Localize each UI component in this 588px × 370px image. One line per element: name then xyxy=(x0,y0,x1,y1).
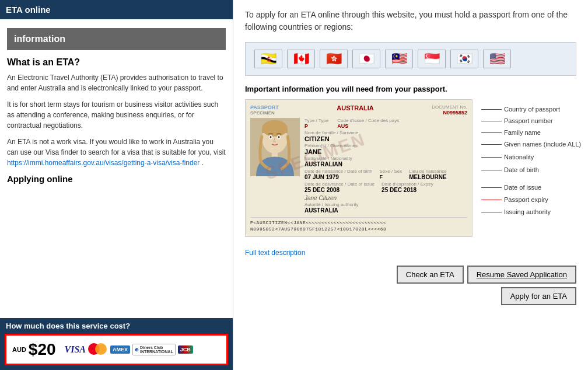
diners-icon: ⊕ Diners ClubINTERNATIONAL xyxy=(132,344,176,355)
passport-mrz-zone: P<AUSCITIZEN<<JANE<<<<<<<<<<<<<<<<<<<<<<… xyxy=(250,217,467,232)
flag-hongkong: 🇭🇰 xyxy=(320,50,348,68)
passport-dob: 07 JUN 1979 xyxy=(304,174,373,180)
passport-issuing: AUSTRALIA xyxy=(304,207,467,214)
intro-text: To apply for an ETA online through this … xyxy=(245,9,576,33)
passport-photo-svg xyxy=(250,118,300,176)
left-panel-title: ETA online xyxy=(6,5,51,15)
visa-finder-link[interactable]: https://immi.homeaffairs.gov.au/visas/ge… xyxy=(7,159,200,167)
passport-image: PASSPORT SPECIMEN AUSTRALIA DOCUMENT No.… xyxy=(245,99,473,237)
passport-given: JANE xyxy=(304,148,467,155)
payment-icons: VISA AMEX ⊕ Diners ClubINTERNATIONAL JCB xyxy=(65,343,193,356)
eta-description-p2: It is for short term stays for tourism o… xyxy=(7,99,226,131)
passport-nationality: AUSTRALIAN xyxy=(304,161,467,167)
jcb-icon: JCB xyxy=(178,345,193,354)
cost-section: How much does this service cost? AUD $20… xyxy=(0,318,233,370)
svg-point-7 xyxy=(270,136,272,138)
passport-expiry: 25 DEC 2018 xyxy=(382,187,433,193)
passport-pob: MELBOURNE xyxy=(409,174,447,180)
flag-japan: 🇯🇵 xyxy=(352,50,380,68)
passport-signature: Jane Citizen xyxy=(304,195,467,201)
annotation-expiry: Passport expiry xyxy=(481,196,586,204)
flag-korea: 🇰🇷 xyxy=(450,50,478,68)
button-row-2: Apply for an ETA xyxy=(501,287,576,305)
passport-sex: F xyxy=(380,174,402,180)
action-buttons: Check an ETA Resume Saved Application Ap… xyxy=(245,266,576,305)
cost-box-wrapper: AUD $20 VISA AMEX ⊕ Diners ClubINTERNATI… xyxy=(0,334,233,370)
svg-point-8 xyxy=(278,136,280,138)
annotation-nationality: Nationality xyxy=(481,153,586,161)
flag-brunei: 🇧🇳 xyxy=(254,50,282,68)
flags-container: 🇧🇳 🇨🇦 🇭🇰 🇯🇵 🇲🇾 🇸🇬 🇰🇷 🇺🇸 xyxy=(245,42,576,76)
annotation-issuing: Issuing authority xyxy=(481,208,586,216)
mrz-line2: N0995852<7AUS7906075F1812257<10017028L<<… xyxy=(250,226,467,232)
mrz-line1: P<AUSCITIZEN<<JANE<<<<<<<<<<<<<<<<<<<<<<… xyxy=(250,220,467,225)
cost-amount: $20 xyxy=(29,340,56,359)
amex-icon: AMEX xyxy=(110,345,130,354)
annotation-dob: Date of birth xyxy=(481,166,586,174)
annotation-given-names: Given names (include ALL) xyxy=(481,140,586,148)
applying-online-heading: Applying online xyxy=(7,174,226,184)
apply-eta-button[interactable]: Apply for an ETA xyxy=(501,287,576,305)
annotation-family-name: Family name xyxy=(481,128,586,137)
left-content-area: information What is an ETA? An Electroni… xyxy=(0,19,233,318)
eta-description-p3: An ETA is not a work visa. If you would … xyxy=(7,137,226,168)
flag-canada: 🇨🇦 xyxy=(287,50,315,68)
currency-label: AUD xyxy=(12,346,26,353)
scrollable-content[interactable]: information What is an ETA? An Electroni… xyxy=(0,19,233,318)
passport-doi: 25 DEC 2008 xyxy=(304,187,374,193)
passport-annotations: Country of passport Passport number Fami… xyxy=(481,99,586,237)
passport-info-label: Important information you will need from… xyxy=(245,85,576,93)
annotation-country: Country of passport xyxy=(481,105,586,113)
passport-surname: CITIZEN xyxy=(304,135,467,142)
svg-rect-4 xyxy=(262,128,288,133)
passport-area: PASSPORT SPECIMEN AUSTRALIA DOCUMENT No.… xyxy=(245,99,576,237)
flag-usa: 🇺🇸 xyxy=(483,50,511,68)
left-panel: ETA online information What is an ETA? A… xyxy=(0,0,233,370)
resume-application-button[interactable]: Resume Saved Application xyxy=(467,266,576,284)
eta-description-p1: An Electronic Travel Authority (ETA) pro… xyxy=(7,72,226,93)
passport-photo-container xyxy=(250,118,300,214)
left-panel-header: ETA online xyxy=(0,0,233,19)
cost-row: AUD $20 VISA AMEX ⊕ Diners ClubINTERNATI… xyxy=(5,334,228,365)
mastercard-icon xyxy=(88,343,108,356)
eta-p3-text-before: An ETA is not a work visa. If you would … xyxy=(7,138,226,156)
passport-doc-no: N0995852 xyxy=(432,110,467,116)
cost-label: How much does this service cost? xyxy=(0,318,233,331)
eta-p3-text-after: . xyxy=(202,159,204,167)
right-panel: To apply for an ETA online through this … xyxy=(233,0,588,370)
full-text-link[interactable]: Full text description xyxy=(245,249,576,257)
what-is-eta-heading: What is an ETA? xyxy=(7,57,226,68)
flag-malaysia: 🇲🇾 xyxy=(385,50,413,68)
flag-singapore: 🇸🇬 xyxy=(418,50,446,68)
check-eta-button[interactable]: Check an ETA xyxy=(397,266,464,284)
annotation-passport-num: Passport number xyxy=(481,117,586,125)
visa-icon: VISA xyxy=(65,344,86,355)
info-header: information xyxy=(7,28,226,50)
passport-fields: Type / Type P Code d'issue / Code des pa… xyxy=(304,118,467,214)
button-row-1: Check an ETA Resume Saved Application xyxy=(397,266,576,284)
annotation-doi: Date of issue xyxy=(481,183,586,191)
